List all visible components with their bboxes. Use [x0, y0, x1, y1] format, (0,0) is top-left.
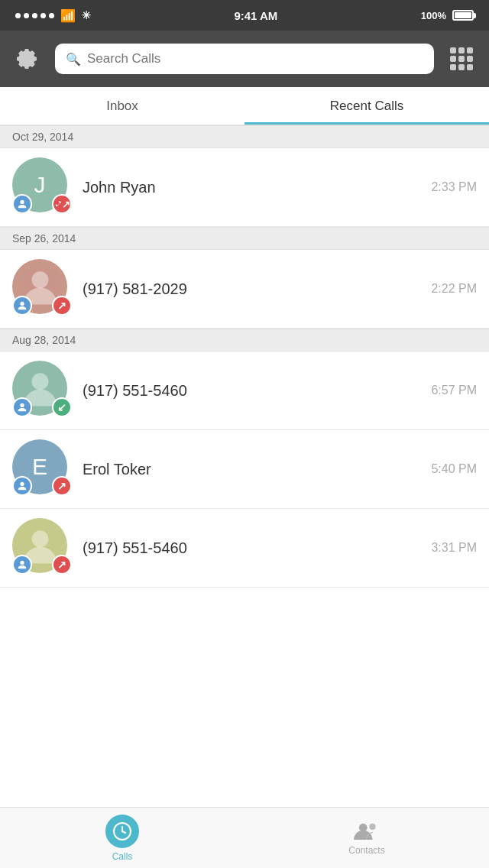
signal-dot-1: [15, 13, 21, 18]
avatar-container: E ↗: [12, 439, 72, 499]
date-separator-3: Aug 28, 2014: [0, 329, 489, 351]
avatar-container: ↗: [12, 518, 72, 578]
svg-line-5: [122, 831, 125, 833]
call-list: Oct 29, 2014 J ↗ John Ryan 2:33 PM Sep 2…: [0, 125, 489, 649]
wifi-icon: 📶: [60, 8, 76, 23]
activity-icon: ✳: [82, 9, 91, 21]
battery-icon: [452, 10, 474, 21]
signal-dot-5: [49, 13, 54, 18]
grid-icon: [450, 47, 473, 70]
status-bar: 📶 ✳ 9:41 AM 100%: [0, 0, 489, 31]
svg-point-0: [31, 271, 48, 288]
call-type-badge-outgoing: ↗: [52, 476, 72, 496]
call-row[interactable]: J ↗ John Ryan 2:33 PM: [0, 148, 489, 227]
user-badge: [12, 194, 32, 214]
call-type-badge-outgoing: ↗: [52, 194, 72, 214]
status-time: 9:41 AM: [234, 9, 277, 22]
svg-point-2: [31, 530, 48, 547]
avatar-container: ↙: [12, 361, 72, 420]
user-badge: [12, 555, 32, 575]
search-input[interactable]: [87, 51, 423, 66]
tab-bar: Inbox Recent Calls: [0, 87, 489, 125]
signal-dot-2: [24, 13, 29, 18]
call-row[interactable]: ↗ (917) 551-5460 3:31 PM: [0, 509, 489, 588]
contacts-icon: [354, 821, 380, 842]
bottom-tab-bar: Calls Contacts: [0, 807, 489, 868]
signal-dot-3: [32, 13, 37, 18]
call-row[interactable]: ↙ (917) 551-5460 6:57 PM: [0, 351, 489, 430]
user-badge: [12, 476, 32, 496]
grid-view-button[interactable]: [445, 42, 478, 76]
avatar-container: J ↗: [12, 157, 72, 217]
avatar-container: ↗: [12, 259, 72, 319]
tab-inbox[interactable]: Inbox: [0, 87, 244, 125]
tab-recent-calls[interactable]: Recent Calls: [244, 87, 489, 125]
call-info: (917) 581-2029: [83, 280, 431, 298]
call-info: (917) 551-5460: [83, 539, 431, 557]
call-row[interactable]: ↗ (917) 581-2029 2:22 PM: [0, 250, 489, 329]
contacts-tab-label: Contacts: [348, 845, 384, 856]
clock-icon: [105, 815, 139, 848]
signal-dot-4: [40, 13, 46, 18]
call-info: John Ryan: [83, 179, 431, 196]
tab-contacts-bottom[interactable]: Contacts: [244, 808, 489, 868]
status-left: 📶 ✳: [15, 8, 91, 23]
call-type-badge-outgoing: ↗: [52, 296, 72, 316]
calls-tab-label: Calls: [112, 851, 133, 862]
svg-point-7: [369, 823, 375, 829]
svg-point-1: [31, 373, 48, 390]
call-type-badge-outgoing: ↗: [52, 555, 72, 575]
user-badge: [12, 397, 32, 417]
status-right: 100%: [421, 10, 474, 21]
call-info: Erol Toker: [83, 461, 431, 478]
tab-calls-bottom[interactable]: Calls: [0, 808, 244, 868]
settings-button[interactable]: [11, 42, 44, 76]
call-info: (917) 551-5460: [83, 382, 431, 400]
date-separator-1: Oct 29, 2014: [0, 125, 489, 148]
battery-percent: 100%: [421, 10, 446, 21]
date-separator-2: Sep 26, 2014: [0, 227, 489, 250]
call-row[interactable]: E ↗ Erol Toker 5:40 PM: [0, 430, 489, 509]
top-bar: 🔍: [0, 31, 489, 87]
user-badge: [12, 296, 32, 316]
search-bar[interactable]: 🔍: [55, 44, 434, 74]
call-type-badge-incoming: ↙: [52, 397, 72, 417]
signal-dots: [15, 13, 54, 18]
search-icon: 🔍: [66, 52, 81, 66]
